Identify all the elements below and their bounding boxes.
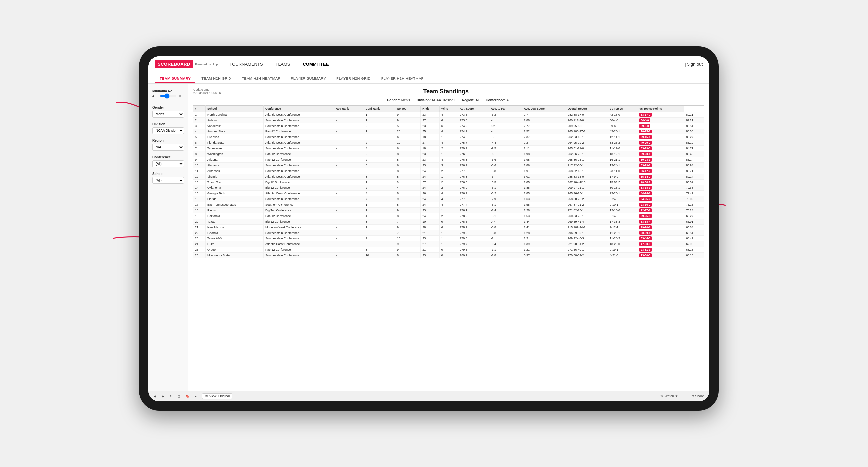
table-row: 24DukeAtlantic Coast Conference-59271279…: [193, 242, 704, 247]
view-original-btn[interactable]: 👁 View: Original: [202, 394, 232, 399]
table-row: 26Mississippi StateSoutheastern Conferen…: [193, 253, 704, 258]
table-row: 20TexasBig 12 Conference-37100278.60.71.…: [193, 219, 704, 224]
region-label: Region: [152, 139, 184, 143]
score-badge: 23-31-1: [640, 248, 652, 252]
filter-division: Division: NCAA Division I: [416, 98, 455, 102]
score-badge: 13-30-0: [640, 253, 652, 257]
table-row: 14OklahomaBig 12 Conference-24242276.9-5…: [193, 185, 704, 191]
filter-conference: Conference: All: [486, 98, 510, 102]
score-badge: 22-17-1: [640, 208, 652, 212]
score-badge: 33-19-0: [640, 146, 652, 150]
division-select[interactable]: NCAA Division I NCAA Division II: [152, 127, 184, 134]
logo: SCOREBOARD: [155, 60, 193, 68]
toolbar-forward[interactable]: ▶: [162, 395, 164, 398]
minimum-roundtrip-row: 4 30: [152, 94, 184, 98]
score-badge: 47-30-0: [640, 242, 652, 246]
score-badge: 33-38-4: [640, 220, 652, 224]
minimum-roundtrip-label: Minimum Ro...: [152, 89, 184, 93]
toolbar-reload[interactable]: ↻: [169, 395, 172, 398]
table-row: 2AuburnSoutheastern Conference-19276273.…: [193, 118, 704, 123]
tab-team-h2h-grid[interactable]: TEAM H2H GRID: [197, 74, 236, 84]
table-row: 8WashingtonPac-12 Conference-28231276.3-…: [193, 151, 704, 157]
table-row: 7TennesseeSoutheastern Conference-461822…: [193, 146, 704, 151]
table-row: 18IllinoisBig Ten Conference-19231276.1-…: [193, 208, 704, 213]
tabbar: TEAM SUMMARY TEAM H2H GRID TEAM H2H HEAT…: [148, 72, 709, 84]
nav-links: TOURNAMENTS TEAMS COMMITTEE: [228, 62, 685, 67]
min-val-2: 30: [178, 94, 184, 98]
table-row: 13Texas TechBig 12 Conference-19272276.0…: [193, 180, 704, 185]
nav-committee[interactable]: COMMITTEE: [301, 62, 330, 67]
col-conference: Conference: [264, 106, 334, 112]
score-badge: 24-25-2: [640, 197, 652, 201]
gender-section: Gender Men's Women's: [152, 106, 184, 118]
table-row: 16FloridaSoutheastern Conference-7924427…: [193, 196, 704, 202]
score-badge: 69-6-0: [640, 124, 650, 128]
col-vs-top50: Vs Top 50 Points: [638, 106, 684, 112]
tab-team-h2h-heatmap[interactable]: TEAM H2H HEATMAP: [237, 74, 285, 84]
toolbar-clock[interactable]: ●: [195, 395, 197, 398]
filter-division-label: Division:: [416, 98, 431, 102]
school-select[interactable]: (All): [152, 177, 184, 184]
table-row: 23Texas A&MSoutheastern Conference-91023…: [193, 236, 704, 242]
score-badge: 29-20-1: [640, 225, 652, 229]
conference-select[interactable]: (All): [152, 160, 184, 167]
score-badge: 44-24-1: [640, 191, 652, 195]
toolbar-share2[interactable]: ◻: [178, 395, 180, 398]
toolbar-bookmark[interactable]: 🔖: [185, 395, 189, 398]
gender-label: Gender: [152, 106, 184, 109]
score-badge: 40-38-2: [640, 180, 652, 184]
school-section: School (All): [152, 172, 184, 184]
tab-player-h2h-grid[interactable]: PLAYER H2H GRID: [332, 74, 375, 84]
table-row: 25OregonPac-12 Conference-39210279.5-1.1…: [193, 247, 704, 253]
score-badge: 54-4-0: [640, 118, 650, 122]
filter-division-value: NCAA Division I: [432, 98, 455, 102]
table-row: 3VanderbiltSoutheastern Conference-25236…: [193, 123, 704, 129]
update-time-value: 27/03/2024 16:56:26: [193, 91, 221, 95]
watch-btn[interactable]: 👁 Watch ▼: [660, 395, 678, 398]
score-badge: 33-18-1: [640, 186, 652, 190]
filter-region: Region: All: [462, 98, 479, 102]
table-row: 21New MexicoMountain West Conference-192…: [193, 224, 704, 230]
table-area: Update time: 27/03/2024 16:56:26 Team St…: [188, 84, 709, 391]
share-btn[interactable]: ⇧ Share: [692, 395, 704, 398]
min-val-1: 4: [152, 94, 159, 98]
school-label: School: [152, 172, 184, 176]
tab-player-summary[interactable]: PLAYER SUMMARY: [286, 74, 331, 84]
table-row: 11ArkansasSoutheastern Conference-682422…: [193, 168, 704, 174]
table-row: 4Arizona StatePac-12 Conference-12635427…: [193, 129, 704, 134]
score-badge: 35-14-0: [640, 175, 652, 179]
score-badge: 30-23-1: [640, 158, 652, 162]
col-conf-rank: Conf Rank: [364, 106, 395, 112]
filter-region-label: Region:: [462, 98, 474, 102]
filter-gender-value: Men's: [401, 98, 410, 102]
main-content: Minimum Ro... 4 30 Gender Men's Women's: [148, 84, 709, 391]
tab-team-summary[interactable]: TEAM SUMMARY: [155, 74, 195, 84]
table-row: 19CaliforniaPac-12 Conference-48242278.2…: [193, 213, 704, 219]
toolbar-back[interactable]: ◀: [154, 395, 156, 398]
table-row: 17East Tennessee StateSouthern Conferenc…: [193, 202, 704, 208]
minimum-roundtrip-slider[interactable]: [160, 95, 177, 97]
division-label: Division: [152, 122, 184, 126]
filter-gender-label: Gender:: [387, 98, 400, 102]
minimum-roundtrip-section: Minimum Ro... 4 30: [152, 89, 184, 101]
col-avg-par: Avg. to Par: [489, 106, 522, 112]
gender-select[interactable]: Men's Women's: [152, 111, 184, 118]
sign-out-button[interactable]: | Sign out: [685, 62, 703, 67]
table-row: 10AlabamaSoutheastern Conference-5623327…: [193, 163, 704, 168]
tab-player-h2h-heatmap[interactable]: PLAYER H2H HEATMAP: [376, 74, 428, 84]
nav-tournaments[interactable]: TOURNAMENTS: [228, 62, 264, 67]
table-row: 22GeorgiaSoutheastern Conference-8721127…: [193, 230, 704, 236]
toolbar-grid[interactable]: ☷: [684, 395, 686, 398]
update-time: Update time: 27/03/2024 16:56:26: [193, 88, 221, 95]
sidebar: Minimum Ro... 4 30 Gender Men's Women's: [148, 84, 188, 391]
col-vs-top25: Vs Top 25: [608, 106, 638, 112]
region-select[interactable]: N/A All: [152, 144, 184, 151]
table-header-area: Update time: 27/03/2024 16:56:26 Team St…: [193, 88, 704, 95]
score-badge: 29-15-1: [640, 135, 652, 139]
standings-table: # School Conference Reg Rank Conf Rank N…: [193, 105, 704, 258]
nav-teams[interactable]: TEAMS: [274, 62, 292, 67]
col-avg-low: Avg. Low Score: [522, 106, 566, 112]
score-badge: 20-39-1: [640, 231, 652, 235]
col-rank: #: [193, 106, 205, 112]
filter-gender: Gender: Men's: [387, 98, 410, 102]
